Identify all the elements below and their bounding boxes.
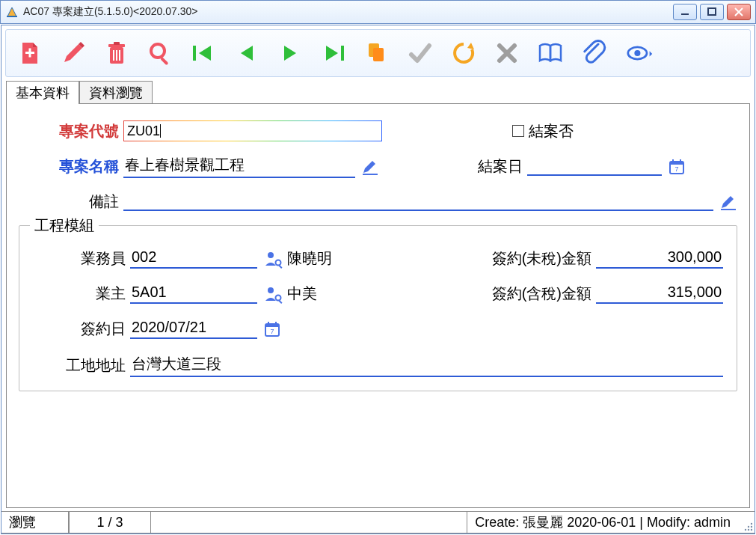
svg-point-40 <box>745 529 746 531</box>
svg-rect-33 <box>265 324 279 327</box>
owner-name: 中美 <box>287 284 399 304</box>
amount-incl-label: 簽約(含稅)金額 <box>454 284 596 304</box>
statusbar: 瀏覽 1 / 3 Create: 張曼麗 2020-06-01 | Modify… <box>1 511 755 534</box>
svg-rect-0 <box>7 16 17 17</box>
group-legend: 工程模組 <box>30 215 99 236</box>
sales-code-input[interactable]: 002 <box>130 248 257 269</box>
closed-label: 結案否 <box>529 121 574 141</box>
svg-rect-9 <box>116 50 117 61</box>
sales-name: 陳曉明 <box>287 248 399 269</box>
tab-browse[interactable]: 資料瀏覽 <box>79 81 153 104</box>
status-info: Create: 張曼麗 2020-06-01 | Modify: admin <box>467 512 738 534</box>
svg-rect-1 <box>681 13 689 15</box>
svg-rect-28 <box>279 265 283 269</box>
search-button[interactable] <box>139 33 181 73</box>
contract-calendar-icon[interactable]: 7 <box>263 320 287 338</box>
close-button[interactable] <box>727 4 751 20</box>
svg-rect-13 <box>193 46 196 61</box>
contract-date-input[interactable]: 2020/07/21 <box>130 319 257 339</box>
confirm-button[interactable] <box>399 33 441 73</box>
svg-rect-21 <box>670 162 683 165</box>
close-date-label: 結案日 <box>437 156 527 177</box>
owner-label: 業主 <box>33 284 130 304</box>
svg-point-41 <box>748 529 749 531</box>
amount-incl-input[interactable]: 315,000 <box>596 284 723 304</box>
client-area: 基本資料 資料瀏覽 專案代號 ZU01 結案否 <box>1 25 755 534</box>
project-name-input[interactable]: 春上春樹景觀工程 <box>123 155 355 178</box>
checkbox-icon <box>512 125 524 137</box>
cancel-button[interactable] <box>486 33 528 73</box>
svg-rect-19 <box>363 174 378 175</box>
lookup-sales-icon[interactable] <box>263 249 287 269</box>
prev-button[interactable] <box>226 33 268 73</box>
lookup-owner-icon[interactable] <box>263 284 287 304</box>
refresh-button[interactable] <box>443 33 485 73</box>
project-code-label: 專案代號 <box>19 121 123 141</box>
project-code-input[interactable]: ZU01 <box>123 120 382 141</box>
app-window: AC07 專案建立(5.1.5.0)<2020.07.30> <box>0 0 756 535</box>
new-button[interactable] <box>9 33 51 73</box>
svg-rect-22 <box>672 159 674 163</box>
tab-basic[interactable]: 基本資料 <box>6 81 79 104</box>
copy-button[interactable] <box>356 33 398 73</box>
svg-rect-35 <box>275 322 277 325</box>
edit-remark-icon[interactable] <box>719 193 737 211</box>
window-title: AC07 專案建立(5.1.5.0)<2020.07.30> <box>23 5 673 19</box>
svg-point-18 <box>634 50 640 56</box>
last-button[interactable] <box>313 33 354 73</box>
manual-button[interactable] <box>529 33 571 73</box>
tabs: 基本資料 資料瀏覽 <box>1 79 755 103</box>
delete-button[interactable] <box>96 33 138 73</box>
svg-point-38 <box>748 526 749 528</box>
edit-button[interactable] <box>52 33 94 73</box>
svg-rect-23 <box>680 159 681 163</box>
next-button[interactable] <box>269 33 311 73</box>
svg-rect-14 <box>341 46 344 61</box>
svg-rect-2 <box>708 8 716 15</box>
svg-rect-16 <box>373 48 384 61</box>
project-name-label: 專案名稱 <box>19 156 123 177</box>
site-address-label: 工地地址 <box>33 355 130 376</box>
contract-date-label: 簽約日 <box>33 319 130 339</box>
status-mode: 瀏覽 <box>1 512 69 534</box>
view-button[interactable] <box>616 33 664 73</box>
svg-point-39 <box>751 526 752 528</box>
svg-point-29 <box>268 287 274 293</box>
svg-rect-34 <box>268 322 269 325</box>
attachment-button[interactable] <box>573 33 615 73</box>
svg-point-27 <box>276 260 281 265</box>
svg-text:7: 7 <box>674 165 678 173</box>
remark-label: 備註 <box>19 192 123 212</box>
minimize-button[interactable] <box>673 4 697 20</box>
remark-input[interactable] <box>123 193 713 211</box>
svg-point-42 <box>751 529 752 531</box>
close-date-input[interactable] <box>527 158 662 176</box>
svg-point-11 <box>151 44 165 58</box>
amount-excl-input[interactable]: 300,000 <box>596 248 723 269</box>
calendar-icon[interactable]: 7 <box>668 158 686 176</box>
resize-grip[interactable] <box>738 512 755 534</box>
edit-text-icon[interactable] <box>361 158 379 176</box>
engineering-group: 工程模組 業務員 002 陳曉明 簽約(未稅)金額 300,000 業主 5A0… <box>19 225 737 391</box>
site-address-input[interactable]: 台灣大道三段 <box>130 354 723 377</box>
project-code-value: ZU01 <box>127 123 160 139</box>
svg-rect-4 <box>29 49 31 58</box>
first-button[interactable] <box>182 33 224 73</box>
svg-text:7: 7 <box>270 328 274 335</box>
svg-rect-8 <box>113 50 114 61</box>
maximize-button[interactable] <box>700 4 724 20</box>
svg-rect-31 <box>279 300 283 304</box>
app-icon <box>5 5 19 19</box>
closed-checkbox[interactable]: 結案否 <box>512 121 574 141</box>
svg-point-26 <box>268 252 274 258</box>
svg-rect-10 <box>119 50 120 61</box>
toolbar <box>5 29 751 77</box>
form-panel: 專案代號 ZU01 結案否 專案名稱 春上春樹景觀工程 <box>6 103 750 508</box>
status-page: 1 / 3 <box>69 512 151 534</box>
titlebar: AC07 專案建立(5.1.5.0)<2020.07.30> <box>0 0 756 24</box>
svg-rect-7 <box>114 42 120 45</box>
svg-point-37 <box>751 523 752 525</box>
svg-point-30 <box>276 295 281 300</box>
owner-code-input[interactable]: 5A01 <box>130 284 257 304</box>
svg-rect-25 <box>721 209 736 210</box>
